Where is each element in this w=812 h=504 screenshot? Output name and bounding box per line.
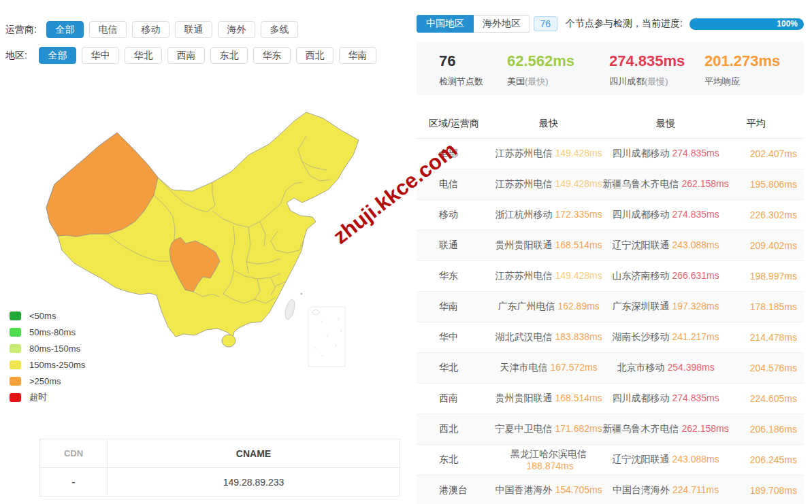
cell-region: 西南	[417, 392, 495, 405]
cname-header-cell: CNAME	[108, 439, 400, 467]
legend-item: >250ms	[10, 373, 85, 389]
legend-item: 超时	[10, 389, 85, 405]
cell-fastest: 广东广州电信162.89ms	[495, 301, 602, 313]
legend-color-chip	[10, 312, 21, 320]
latency-table-row: 西北宁夏中卫电信171.682ms新疆乌鲁木齐电信262.158ms206.18…	[417, 414, 804, 445]
latency-table-row: 港澳台中国香港海外154.705ms中国台湾海外224.711ms189.708…	[417, 475, 804, 504]
summary-stat: 76检测节点数	[439, 52, 483, 88]
cname-value-cell: 149.28.89.233	[108, 468, 400, 496]
tab-china-region[interactable]: 中国地区	[417, 15, 474, 33]
cdn-value-cell: -	[40, 468, 108, 496]
cell-slowest: 中国台湾海外224.711ms	[602, 484, 729, 497]
region-option[interactable]: 西北	[296, 47, 334, 64]
region-option[interactable]: 西南	[167, 47, 205, 64]
region-option[interactable]: 华中	[82, 47, 119, 64]
header-fastest: 最快	[495, 118, 602, 130]
cell-fastest: 贵州贵阳联通168.514ms	[495, 239, 602, 252]
cell-average: 198.997ms	[729, 271, 804, 282]
cell-average: 214.478ms	[729, 332, 804, 343]
latency-table-row: 移动浙江杭州移动172.335ms四川成都移动274.835ms226.302m…	[417, 200, 804, 231]
cell-fastest: 宁夏中卫电信171.682ms	[495, 423, 602, 435]
cell-slowest: 四川成都移动274.835ms	[602, 209, 729, 221]
cell-region: 移动	[417, 209, 495, 221]
map-islet-dot	[301, 293, 302, 295]
header-region: 区域/运营商	[417, 118, 495, 130]
cell-average: 178.185ms	[729, 301, 804, 312]
isp-filter-label: 运营商:	[5, 24, 46, 36]
cdn-table-header: CDN CNAME	[40, 439, 400, 468]
cell-fastest: 江苏苏州电信149.428ms	[495, 178, 602, 190]
region-filter-label: 地区:	[5, 50, 39, 62]
latency-table-row: 华南广东广州电信162.89ms广东深圳联通197.328ms178.185ms	[417, 292, 804, 322]
latency-table-row: 东北黑龙江哈尔滨电信188.874ms辽宁沈阳联通243.088ms206.24…	[417, 445, 804, 475]
cell-slowest: 四川成都移动274.835ms	[602, 392, 729, 405]
cell-region: 东北	[417, 454, 495, 466]
isp-filter-buttons: 全部电信移动联通海外多线	[46, 21, 304, 38]
stat-value: 201.273ms	[704, 52, 780, 70]
legend-color-chip	[10, 328, 21, 337]
china-latency-map	[41, 95, 381, 388]
legend-item: 80ms-150ms	[10, 340, 85, 356]
legend-color-chip	[10, 360, 21, 369]
region-option[interactable]: 全部	[39, 47, 76, 64]
region-option[interactable]: 华南	[339, 47, 376, 64]
stat-label: 四川成都(最慢)	[609, 75, 685, 88]
summary-stats-card: 76检测节点数62.562ms美国(最快)274.835ms四川成都(最慢)20…	[417, 42, 804, 95]
latency-table-header: 区域/运营商 最快 最慢 平均	[417, 109, 804, 139]
tab-overseas-region[interactable]: 海外地区	[474, 15, 530, 33]
region-option[interactable]: 华东	[253, 47, 291, 64]
latency-table-row: 华中湖北武汉电信183.838ms湖南长沙移动241.217ms214.478m…	[417, 322, 804, 353]
cell-slowest: 四川成都移动274.835ms	[602, 148, 729, 160]
stat-label: 检测节点数	[439, 75, 483, 88]
latency-table-row: 西南贵州贵阳联通168.514ms四川成都移动274.835ms224.605m…	[417, 384, 804, 414]
progress-bar: 100%	[689, 18, 804, 30]
cell-slowest: 山东济南移动266.631ms	[602, 270, 729, 282]
map-province-hainan[interactable]	[222, 335, 236, 347]
legend-label: >250ms	[29, 376, 61, 386]
isp-option[interactable]: 联通	[175, 21, 212, 38]
cell-slowest: 北京市移动254.398ms	[602, 362, 729, 374]
cdn-header-cell: CDN	[40, 439, 108, 467]
region-filter-row: 地区: 全部华中华北西南东北华东西北华南	[5, 47, 382, 64]
isp-option[interactable]: 电信	[89, 21, 127, 38]
cell-average: 189.708ms	[729, 485, 804, 496]
summary-stat: 274.835ms四川成都(最慢)	[609, 52, 685, 88]
cdn-cname-table: CDN CNAME - 149.28.89.233	[39, 439, 400, 497]
results-panel: 中国地区 海外地区 76 个节点参与检测，当前进度: 100% 76检测节点数6…	[417, 0, 804, 504]
cell-slowest: 新疆乌鲁木齐电信262.158ms	[602, 178, 729, 190]
region-option[interactable]: 东北	[210, 47, 248, 64]
legend-label: 150ms-250ms	[29, 360, 85, 370]
latency-table-body: 全部江苏苏州电信149.428ms四川成都移动274.835ms202.407m…	[417, 139, 804, 504]
isp-filter-row: 运营商: 全部电信移动联通海外多线	[5, 21, 382, 38]
cell-slowest: 广东深圳联通197.328ms	[602, 301, 729, 313]
cell-average: 206.186ms	[729, 424, 804, 435]
cdn-table-row: - 149.28.89.233	[40, 468, 400, 496]
isp-option[interactable]: 移动	[132, 21, 169, 38]
latency-table-row: 电信江苏苏州电信149.428ms新疆乌鲁木齐电信262.158ms195.80…	[417, 169, 804, 200]
map-province-taiwan	[283, 299, 296, 320]
legend-item: 150ms-250ms	[10, 356, 85, 373]
latency-table: 区域/运营商 最快 最慢 平均 全部江苏苏州电信149.428ms四川成都移动2…	[417, 109, 804, 504]
isp-option[interactable]: 海外	[218, 21, 255, 38]
cell-average: 224.605ms	[729, 393, 804, 404]
cell-average: 204.576ms	[729, 363, 804, 373]
cell-fastest: 江苏苏州电信149.428ms	[495, 270, 602, 282]
legend-item: 50ms-80ms	[10, 324, 85, 340]
legend-color-chip	[10, 377, 21, 386]
cell-average: 226.302ms	[729, 209, 804, 220]
progress-area: 76 个节点参与检测，当前进度: 100%	[534, 16, 804, 31]
latency-test-page: 运营商: 全部电信移动联通海外多线 地区: 全部华中华北西南东北华东西北华南	[0, 0, 812, 504]
cell-fastest: 浙江杭州移动172.335ms	[495, 209, 602, 221]
isp-option[interactable]: 全部	[46, 21, 84, 38]
cell-slowest: 辽宁沈阳联通243.088ms	[602, 239, 729, 252]
legend-label: 50ms-80ms	[29, 327, 76, 337]
cell-fastest: 湖北武汉电信183.838ms	[495, 331, 602, 343]
isp-option[interactable]: 多线	[261, 21, 298, 38]
legend-label: <50ms	[29, 311, 56, 321]
summary-stat: 62.562ms美国(最快)	[507, 52, 574, 88]
cell-region: 华北	[417, 362, 495, 374]
cell-fastest: 天津市电信167.572ms	[495, 362, 602, 374]
region-option[interactable]: 华北	[125, 47, 162, 64]
cell-region: 华南	[417, 301, 495, 313]
cell-slowest: 辽宁沈阳联通243.088ms	[602, 454, 729, 466]
